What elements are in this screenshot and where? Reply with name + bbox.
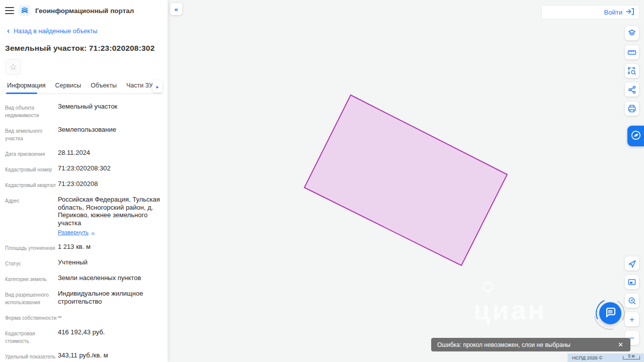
- puncture-tool-button-active[interactable]: [627, 126, 644, 146]
- my-location-button[interactable]: [625, 256, 639, 270]
- chevron-down-icon: ⌄: [91, 229, 95, 234]
- locate-arrow-icon: [628, 259, 636, 268]
- puncture-pin-icon: [630, 130, 641, 143]
- tab-objects[interactable]: Объекты: [91, 82, 117, 89]
- minimap-icon: [627, 278, 636, 287]
- chat-bubble-icon: [604, 306, 617, 321]
- select-area-button[interactable]: [625, 64, 639, 78]
- close-icon[interactable]: ✕: [617, 341, 624, 348]
- ruler-icon: [627, 48, 636, 57]
- login-icon: [626, 8, 634, 17]
- tab-bar: Информация Сервисы Объекты Части ЗУ Сост…: [5, 82, 163, 94]
- back-to-results-link[interactable]: ‹ Назад в найденные объекты: [7, 27, 163, 35]
- field-cadastral-value: Кадастровая стоимость 416 192,43 руб.: [5, 328, 163, 345]
- field-specific-cadastral-value: Удельный показатель кадастровой стоимост…: [5, 351, 163, 362]
- field-object-type: Вид объекта недвижимости Земельный участ…: [5, 103, 163, 119]
- object-info-panel: Геоинформационный портал ‹ Назад в найде…: [0, 0, 168, 362]
- parcel-layer: [168, 0, 644, 362]
- minimap-button[interactable]: [625, 275, 639, 289]
- zoom-in-button[interactable]: +: [625, 312, 639, 326]
- map-canvas[interactable]: ⚲ циан « Войти: [168, 0, 644, 362]
- login-label: Войти: [604, 9, 622, 16]
- share-button[interactable]: [625, 82, 639, 97]
- layers-button[interactable]: [625, 26, 639, 40]
- field-address: Адрес Российская Федерация, Тульская обл…: [5, 196, 163, 236]
- expand-address-link[interactable]: Развернуть ⌄: [58, 229, 95, 235]
- collapse-panel-button[interactable]: «: [170, 3, 182, 15]
- share-icon: [628, 85, 636, 94]
- layers-icon: [627, 29, 636, 38]
- field-parcel-type: Вид земельного участка Землепользование: [5, 126, 163, 142]
- print-button[interactable]: [625, 102, 639, 116]
- chevron-right-icon: ▸: [156, 84, 158, 89]
- measure-button[interactable]: [625, 45, 639, 59]
- scale-bar: 5 м: [623, 356, 640, 359]
- search-on-map-button[interactable]: [625, 294, 639, 308]
- field-cadastral-quarter: Кадастровый квартал 71:23:020208: [5, 180, 163, 189]
- field-permitted-use: Вид разрешенного использования Индивидуа…: [5, 290, 163, 306]
- menu-icon[interactable]: [5, 7, 14, 14]
- tabs-scroll-right-button[interactable]: ▸: [152, 80, 163, 93]
- favorite-star-button[interactable]: ☆: [5, 59, 21, 75]
- page-title: Земельный участок: 71:23:020208:302: [5, 44, 163, 53]
- scale-label: 5 м: [623, 353, 639, 358]
- chat-widget-button[interactable]: [599, 302, 621, 324]
- land-parcel-polygon[interactable]: [304, 95, 507, 265]
- chevron-left-icon: ‹: [7, 27, 10, 34]
- field-cadastral-number: Кадастровый номер 71:23:020208:302: [5, 164, 163, 173]
- field-ownership-form: Форма собственности –: [5, 313, 163, 322]
- tab-services[interactable]: Сервисы: [55, 82, 82, 89]
- printer-icon: [627, 104, 636, 113]
- field-area: Площадь уточненная 1 213 кв. м: [5, 243, 163, 252]
- app-title: Геоинформационный портал: [35, 7, 134, 15]
- panel-header: Геоинформационный портал: [5, 0, 163, 19]
- tab-information[interactable]: Информация: [7, 82, 46, 89]
- search-location-icon: [628, 297, 636, 305]
- error-toast-message: Ошибка: прокол невозможен, слои не выбра…: [437, 341, 617, 348]
- error-toast: Ошибка: прокол невозможен, слои не выбра…: [431, 338, 630, 351]
- field-assignment-date: Дата присвоения 28.11.2024: [5, 149, 163, 158]
- app-window: Геоинформационный портал ‹ Назад в найде…: [0, 0, 644, 362]
- double-chevron-left-icon: «: [174, 6, 178, 13]
- attribution-text: НСПД 2026 ©: [572, 355, 602, 360]
- star-icon: ☆: [9, 62, 17, 72]
- attributes-list: Вид объекта недвижимости Земельный участ…: [5, 103, 163, 362]
- portal-logo-icon: [19, 5, 30, 16]
- field-land-category: Категория земель Земли населенных пункто…: [5, 274, 163, 283]
- field-status: Статус Учтенный: [5, 258, 163, 267]
- area-selection-icon: [627, 66, 636, 75]
- back-link-label: Назад в найденные объекты: [14, 28, 97, 35]
- login-button[interactable]: Войти: [541, 5, 639, 19]
- plus-icon: +: [629, 315, 634, 324]
- tab-parts[interactable]: Части ЗУ: [126, 82, 153, 89]
- map-attribution-bar: НСПД 2026 © 5 м: [568, 353, 644, 362]
